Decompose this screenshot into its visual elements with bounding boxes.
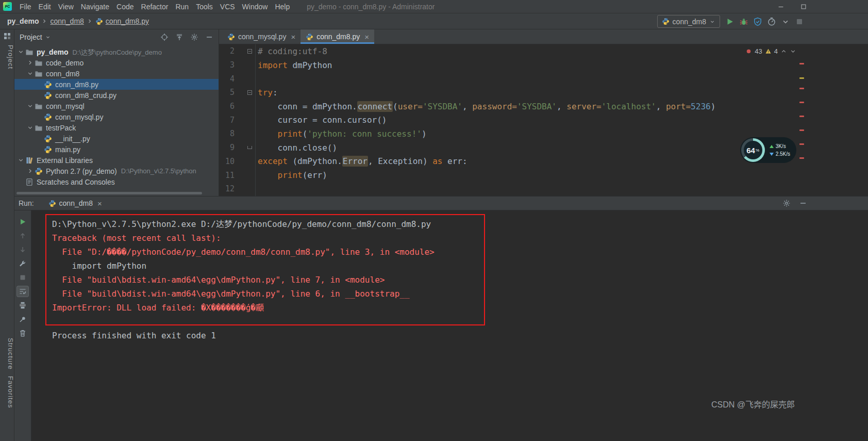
fold-marker[interactable] [235, 49, 255, 54]
warning-stripe-mark[interactable] [799, 77, 804, 79]
pin-icon [19, 315, 27, 323]
menu-code[interactable]: Code [113, 1, 137, 12]
menu-navigate[interactable]: Navigate [77, 1, 113, 12]
horizontal-scrollbar[interactable] [16, 192, 202, 194]
console-line: ImportError: DLL load failed: �X�������ģ… [52, 301, 868, 315]
code-line-4[interactable]: 4 [219, 72, 868, 86]
tool-windows-icon[interactable] [3, 32, 11, 40]
error-stripe-mark[interactable] [799, 116, 804, 117]
chevron-up-icon[interactable] [780, 48, 787, 55]
tree-item-testrpack[interactable]: testrPack [14, 122, 219, 133]
run-config-name: conn_dm8 [673, 18, 706, 26]
menu-view[interactable]: View [55, 1, 77, 12]
tree-item-python-2-7-py-demo[interactable]: Python 2.7 (py_demo)D:\Python_v\2.7.5\py… [14, 166, 219, 176]
tree-item-external-libraries[interactable]: External Libraries [14, 155, 219, 166]
tree-item-main-py[interactable]: main.py [14, 144, 219, 155]
chevron-right-icon[interactable] [27, 168, 34, 174]
error-stripe-mark[interactable] [799, 88, 804, 89]
tree-item-py-demo[interactable]: py_demoD:\达梦\pythonCode\py_demo [14, 46, 219, 57]
menu-vcs[interactable]: VCS [216, 1, 239, 12]
breadcrumb-py-demo[interactable]: py_demo [7, 17, 39, 25]
tree-item-label: main.py [55, 145, 80, 154]
hide-panel-button[interactable] [205, 33, 213, 41]
error-stripe-mark[interactable] [799, 102, 804, 103]
clear-console-button[interactable] [17, 328, 28, 338]
run-tab-conn-dm8[interactable]: conn_dm8 × [48, 199, 102, 207]
minimize-icon[interactable] [777, 3, 784, 10]
close-icon[interactable]: × [364, 33, 369, 41]
soft-wrap-toggle[interactable] [17, 286, 28, 297]
tree-item-conn-dm8[interactable]: conn_dm8 [14, 68, 219, 79]
maximize-icon[interactable] [800, 3, 807, 10]
gear-icon[interactable] [782, 199, 791, 207]
print-button[interactable] [17, 300, 28, 311]
code-line-3[interactable]: 3import dmPython [219, 58, 868, 72]
close-icon[interactable]: × [97, 200, 102, 207]
hide-icon[interactable] [799, 199, 807, 207]
console-output: D:\Python_v\2.7.5\python2.exe D:/达梦/pyth… [31, 210, 868, 342]
code-line-12[interactable]: 12 [219, 182, 868, 196]
code-line-7[interactable]: 7 cursor = conn.cursor() [219, 113, 868, 127]
window-buttons [777, 0, 807, 13]
console-settings-button[interactable] [17, 258, 28, 269]
menu-file[interactable]: File [16, 1, 35, 12]
rerun-button[interactable] [17, 217, 28, 227]
pin-tab-toggle[interactable] [17, 314, 28, 324]
percent-sign: % [756, 148, 759, 153]
chevron-right-icon[interactable] [27, 59, 34, 66]
debug-button[interactable] [739, 17, 748, 26]
chevron-down-icon[interactable] [27, 124, 34, 131]
chevron-down-icon[interactable] [27, 103, 34, 109]
line-number: 6 [219, 102, 235, 111]
run-config-selector[interactable]: conn_dm8 [657, 15, 720, 28]
more-run-options-button[interactable] [781, 17, 790, 26]
fold-marker[interactable] [235, 90, 255, 95]
error-stripe-mark[interactable] [799, 143, 804, 145]
project-view-selector[interactable]: Project [20, 33, 51, 41]
run-button[interactable] [725, 17, 735, 26]
project-stripe-button[interactable]: Project [0, 45, 14, 69]
favorites-stripe-button[interactable]: Favorites [0, 376, 14, 408]
chevron-down-icon[interactable] [790, 48, 796, 55]
stop-button [795, 17, 804, 26]
menu-run[interactable]: Run [172, 1, 192, 12]
project-options-button[interactable] [190, 33, 198, 41]
structure-stripe-button[interactable]: Structure [0, 338, 14, 370]
tree-item-scratches-and-consoles[interactable]: Scratches and Consoles [14, 176, 219, 187]
tree-item-conn-dm8-crud-py[interactable]: conn_dm8_crud.py [14, 90, 219, 101]
close-icon[interactable]: × [291, 33, 295, 41]
menu-refactor[interactable]: Refactor [138, 1, 172, 12]
inspections-widget[interactable]: 43 4 [745, 47, 796, 55]
chevron-down-icon[interactable] [18, 157, 24, 164]
tree-item-code-demo[interactable]: code_demo [14, 57, 219, 68]
error-stripe-mark[interactable] [799, 157, 804, 159]
fold-marker[interactable] [235, 146, 255, 149]
folder-icon [25, 48, 34, 56]
tree-item-conn-dm8-py[interactable]: conn_dm8.py [14, 79, 219, 90]
breadcrumb-conn-dm8[interactable]: conn_dm8 [50, 17, 84, 25]
code-line-11[interactable]: 11 print(err) [219, 168, 868, 182]
chevron-down-icon[interactable] [18, 48, 24, 55]
code-line-6[interactable]: 6 conn = dmPython.connect(user='SYSDBA',… [219, 100, 868, 113]
profiler-button[interactable] [767, 17, 776, 26]
tree-item-label: conn_dm8_crud.py [55, 91, 116, 100]
error-stripe-mark[interactable] [799, 129, 804, 131]
breadcrumb-conn-dm8-py[interactable]: conn_dm8.py [95, 17, 149, 25]
tree-item-conn-mysql[interactable]: conn_mysql [14, 101, 219, 111]
editor[interactable]: 2# coding:utf-83import dmPython45try:6 c… [219, 44, 868, 196]
tree-item-conn-mysql-py[interactable]: conn_mysql.py [14, 111, 219, 122]
menu-edit[interactable]: Edit [35, 1, 55, 12]
run-with-coverage-button[interactable] [753, 17, 762, 26]
menu-help[interactable]: Help [271, 1, 293, 12]
menu-tools[interactable]: Tools [192, 1, 216, 12]
tree-item-init-py[interactable]: __init__.py [14, 133, 219, 144]
chevron-down-icon[interactable] [27, 70, 34, 77]
menu-window[interactable]: Window [239, 1, 272, 12]
error-stripe-mark[interactable] [799, 63, 804, 64]
select-opened-file-button[interactable] [160, 33, 169, 41]
editor-tab-conn-mysql-py[interactable]: conn_mysql.py× [222, 29, 301, 44]
editor-tab-conn-dm8-py[interactable]: conn_dm8.py× [301, 29, 374, 44]
menu-bar-items: FileEditViewNavigateCodeRefactorRunTools… [16, 1, 293, 12]
code-line-5[interactable]: 5try: [219, 86, 868, 100]
collapse-all-button[interactable] [175, 33, 183, 41]
